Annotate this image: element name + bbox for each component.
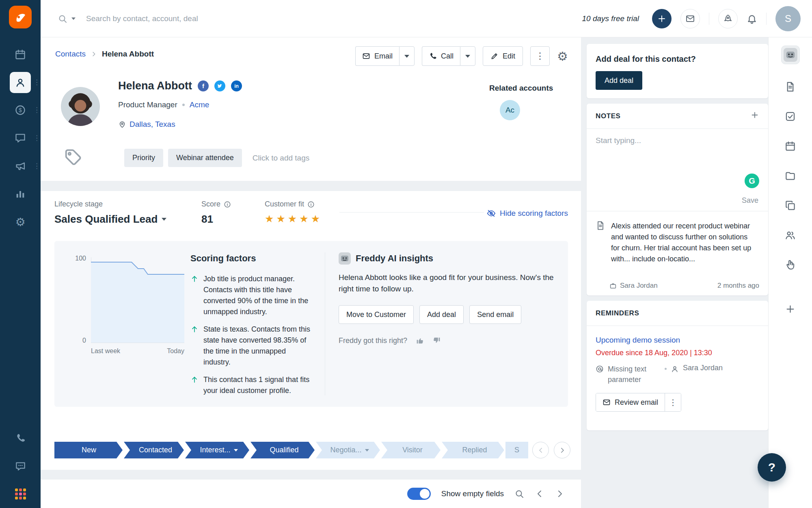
move-to-customer-button[interactable]: Move to Customer [339,305,414,324]
review-email-more-button[interactable]: ⋮ [665,393,681,411]
megaphone-icon [15,161,26,172]
call-button[interactable]: Call [422,46,460,66]
contact-photo [61,87,100,126]
rail-appointments-button[interactable] [785,141,796,153]
stage-contacted[interactable]: Contacted [124,442,184,458]
scoring-factor-item: This contact has 1 signal that fits your… [190,374,312,396]
grammarly-icon[interactable]: G [745,174,759,188]
eye-off-icon [487,209,496,218]
breadcrumb-contacts-link[interactable]: Contacts [55,50,86,59]
add-deal-button[interactable]: Add deal [596,71,642,90]
stage-new[interactable]: New [54,442,123,458]
notifications-button[interactable] [747,13,757,24]
score-value: 81 [201,213,213,226]
note-item[interactable]: Alexis attended our recent product webin… [596,221,759,265]
send-email-button[interactable]: Send email [469,305,521,324]
sidebar-item-analytics[interactable] [10,183,31,204]
plus-icon [657,14,667,24]
info-icon[interactable] [224,201,231,208]
related-account-avatar[interactable]: Ac [500,100,520,120]
reminder-title-link[interactable]: Upcoming demo session [596,336,759,345]
deals-kebab-icon[interactable]: ⋮ [33,106,40,113]
sidebar-item-phone[interactable] [10,428,31,449]
sidebar-item-live-chat[interactable] [10,456,31,477]
email-button[interactable]: Email [355,46,399,66]
twitter-icon[interactable] [214,80,225,91]
rail-duplicates-button[interactable] [785,200,796,213]
user-avatar[interactable]: S [775,6,801,31]
rail-add-app-button[interactable] [785,304,796,316]
separator-dot [665,368,667,370]
search-input[interactable] [86,14,346,23]
tag-pill[interactable]: Webinar attendee [168,149,242,167]
tag-pill[interactable]: Priority [124,149,163,167]
search-scope-caret-icon[interactable] [71,17,76,20]
question-mark-icon: ? [768,460,775,474]
thumbs-down-icon[interactable] [432,336,441,345]
lifecycle-detail-card: Lifecycle stage Sales Qualified Lead Sco… [41,191,581,470]
rail-contacts-button[interactable] [785,230,796,242]
contact-company-link[interactable]: Acme [190,100,209,109]
rail-notes-button[interactable] [785,81,796,94]
email-dropdown-button[interactable] [399,46,415,66]
stage-truncated[interactable]: S [505,442,528,458]
add-tags-field[interactable]: Click to add tags [253,154,309,163]
contact-location-link[interactable]: Dallas, Texas [130,120,175,129]
pipeline-prev-button[interactable] [532,442,549,458]
more-actions-button[interactable]: ⋮ [530,46,550,66]
fields-prev-icon[interactable] [535,489,544,499]
sidebar-item-deals[interactable]: $ [10,100,31,121]
lifecycle-stage-value[interactable]: Sales Qualified Lead [54,213,166,226]
stage-negotiation[interactable]: Negotia... [316,442,380,458]
sidebar-item-campaigns[interactable] [10,156,31,177]
sidebar-item-contacts[interactable] [10,72,31,93]
stage-visitor[interactable]: Visitor [381,442,441,458]
call-dropdown-button[interactable] [460,46,475,66]
search-icon[interactable] [58,14,67,24]
freddy-feedback-prompt: Freddy got this right? [339,336,407,345]
pipeline-next-button[interactable] [554,442,570,458]
rail-tasks-button[interactable] [785,111,796,124]
quick-add-button[interactable] [652,9,672,28]
edit-button[interactable]: Edit [483,46,523,66]
stage-interested[interactable]: Interest... [185,442,249,458]
contacts-kebab-icon[interactable]: ⋮ [33,79,40,86]
help-button[interactable]: ? [758,453,786,482]
pencil-icon [490,52,499,60]
whats-new-button[interactable] [718,9,738,28]
envelope-icon [685,14,695,24]
user-avatar-initial: S [785,13,791,24]
campaigns-kebab-icon[interactable]: ⋮ [33,163,40,169]
field-search-icon[interactable] [514,489,524,499]
add-note-button[interactable] [750,111,759,122]
facebook-icon[interactable]: f [198,80,209,91]
sidebar-item-calendar[interactable] [10,44,31,65]
fields-next-icon[interactable] [555,489,565,499]
hide-scoring-factors-link[interactable]: Hide scoring factors [487,209,568,218]
freddy-rail-button[interactable] [781,46,800,64]
stage-qualified[interactable]: Qualified [251,442,315,458]
related-accounts-label: Related accounts [489,84,553,93]
linkedin-icon[interactable]: in [231,80,242,91]
stage-replied[interactable]: Replied [442,442,504,458]
rail-files-button[interactable] [785,170,796,183]
email-button-group: Email [355,46,415,66]
notes-card: NOTES G Save Alexis attended our recent … [587,104,768,295]
note-input[interactable] [596,136,758,170]
info-icon[interactable] [307,201,315,208]
freddy-add-deal-button[interactable]: Add deal [419,305,464,324]
show-empty-fields-toggle[interactable] [407,488,431,500]
sidebar-item-conversations[interactable] [10,128,31,149]
review-email-button[interactable]: Review email [596,393,665,411]
note-save-button[interactable]: Save [742,196,758,205]
email-inbox-button[interactable] [680,9,700,28]
sidebar-item-settings[interactable]: ⚙ [10,211,31,232]
document-icon [785,81,796,92]
page-settings-button[interactable]: ⚙ [557,49,568,63]
thumbs-up-icon[interactable] [415,336,424,345]
conversations-kebab-icon[interactable]: ⋮ [33,135,40,141]
scoring-factors-panel: 100 0 Last week Today Scoring factors [54,241,568,407]
rail-engagement-button[interactable] [785,259,796,272]
freshworks-logo[interactable] [9,6,32,28]
sidebar-item-app-switcher[interactable] [10,483,31,504]
